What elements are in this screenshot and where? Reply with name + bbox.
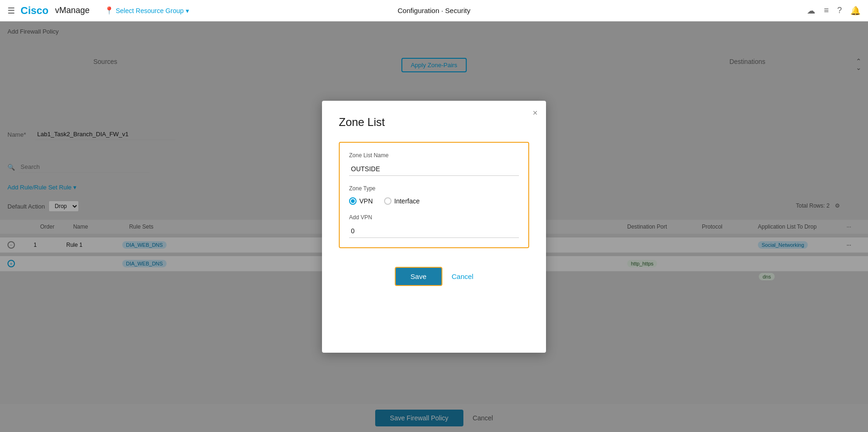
interface-radio-circle[interactable] [384,197,392,205]
zone-list-name-input[interactable] [349,162,519,176]
resource-group-selector[interactable]: 📍 Select Resource Group ▾ [105,6,189,15]
location-icon: 📍 [105,6,114,15]
vpn-radio-label: VPN [359,197,373,205]
zone-type-label: Zone Type [349,185,519,192]
nav-config: Configuration [398,7,439,14]
interface-radio-option[interactable]: Interface [384,197,420,205]
cloud-icon[interactable]: ☁ [807,6,815,16]
interface-radio-label: Interface [394,197,420,205]
modal-actions: Save Cancel [339,267,529,286]
vpn-radio-circle[interactable] [349,197,357,205]
top-navigation: ☰ Cisco vManage 📍 Select Resource Group … [0,0,868,21]
nav-dot: · [441,7,445,14]
add-vpn-label: Add VPN [349,214,519,221]
app-name: vManage [55,6,90,15]
zone-form-box: Zone List Name Zone Type VPN Interface A… [339,142,529,248]
vpn-radio-option[interactable]: VPN [349,197,373,205]
zone-type-radio-group: VPN Interface [349,197,519,205]
modal-close-button[interactable]: × [532,108,538,118]
page-breadcrumb: Configuration · Security [398,7,470,14]
resource-group-label: Select Resource Group [116,7,184,14]
hamburger-menu-icon[interactable]: ☰ [7,6,15,16]
chevron-down-icon: ▾ [186,7,189,14]
topnav-right-icons: ☁ ≡ ? 🔔 [807,6,861,16]
page-background: Add Firewall Policy Sources Apply Zone-P… [0,21,868,432]
add-vpn-input[interactable] [349,224,519,238]
nav-page: Security [445,7,470,14]
zone-list-modal: × Zone List Zone List Name Zone Type VPN… [322,101,546,353]
bell-icon[interactable]: 🔔 [850,6,861,16]
zone-list-name-label: Zone List Name [349,152,519,159]
modal-save-button[interactable]: Save [395,267,442,286]
menu-icon[interactable]: ≡ [824,6,829,15]
modal-title: Zone List [339,116,529,129]
modal-cancel-button[interactable]: Cancel [452,272,474,280]
help-icon[interactable]: ? [837,6,842,15]
cisco-logo: Cisco [21,5,49,17]
